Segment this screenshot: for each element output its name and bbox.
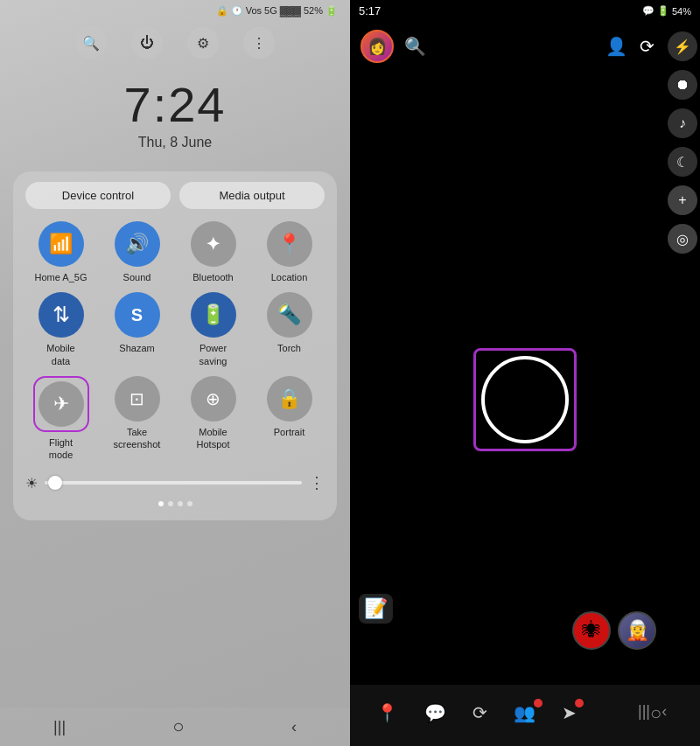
- brightness-slider[interactable]: [45, 481, 302, 485]
- location-icon: 📍: [267, 221, 312, 267]
- status-bar-right: 5:17 💬 🔋 54%: [350, 0, 700, 22]
- brightness-row: ☀ ⋮: [25, 473, 325, 492]
- bluetooth-icon: ✦: [191, 221, 236, 267]
- power-button[interactable]: ⏻: [131, 27, 163, 59]
- nav-activity-button[interactable]: ⟳: [472, 702, 487, 723]
- bluetooth-label: Bluetooth: [192, 271, 233, 283]
- brightness-icon: ☀: [25, 475, 38, 492]
- camera-button[interactable]: ◎: [668, 224, 697, 254]
- clock-time: 7:24: [124, 76, 227, 133]
- shazam-label: Shazam: [119, 342, 154, 354]
- add-friend-button[interactable]: 👤: [606, 36, 627, 57]
- clock-area: 7:24 Thu, 8 June: [124, 76, 227, 150]
- clock-date: Thu, 8 June: [124, 135, 227, 150]
- nav-recent-left[interactable]: |||: [53, 718, 66, 736]
- media-output-button[interactable]: Media output: [179, 182, 325, 209]
- screenshot-label: Takescreenshot: [114, 426, 161, 451]
- toggle-flight-mode[interactable]: ✈ Flightmode: [25, 376, 96, 462]
- chat-nav-icon: 💬: [424, 702, 446, 723]
- nav-people-button[interactable]: 👥: [514, 702, 536, 723]
- nav-chat-button[interactable]: 💬: [424, 702, 446, 723]
- brightness-more-icon[interactable]: ⋮: [309, 473, 325, 492]
- spiderman-icon: 🕷: [582, 619, 601, 642]
- status-time-right: 5:17: [359, 4, 381, 17]
- send-badge: [575, 699, 584, 708]
- status-battery-text: 54%: [672, 6, 691, 17]
- send-nav-icon: ➤: [562, 702, 577, 723]
- torch-label: Torch: [277, 342, 301, 354]
- toggle-screenshot[interactable]: ⊡ Takescreenshot: [102, 376, 172, 462]
- portrait-label: Portrait: [274, 426, 304, 438]
- toggle-mobile-data[interactable]: ⇅ Mobiledata: [25, 292, 96, 367]
- story-thumb-character[interactable]: 🧝: [618, 611, 656, 650]
- toggle-power-saving[interactable]: 🔋 Powersaving: [178, 292, 248, 367]
- status-whatsapp-icon: 💬: [642, 5, 654, 17]
- toggle-bluetooth[interactable]: ✦ Bluetooth: [178, 221, 248, 283]
- toggles-grid: 📶 Home A_5G 🔊 Sound ✦ Bluetooth 📍 Locati…: [25, 221, 325, 461]
- avatar-circle[interactable]: 👩: [360, 30, 394, 63]
- toggle-hotspot[interactable]: ⊕ MobileHotspot: [178, 376, 248, 462]
- toggle-location[interactable]: 📍 Location: [254, 221, 325, 283]
- more-button[interactable]: ⋮: [243, 27, 275, 59]
- toggle-portrait[interactable]: 🔒 Portrait: [254, 376, 325, 462]
- top-icons-row: 🔍 ⏻ ⚙ ⋮: [75, 27, 275, 59]
- nav-location-button[interactable]: 📍: [376, 702, 398, 723]
- mobile-data-label: Mobiledata: [46, 342, 74, 367]
- flash-button[interactable]: ⚡: [668, 31, 697, 61]
- toggle-torch[interactable]: 🔦 Torch: [254, 292, 325, 367]
- flight-mode-highlight: ✈: [33, 376, 89, 432]
- hotspot-icon: ⊕: [191, 376, 236, 422]
- wifi-icon: 📶: [38, 221, 84, 267]
- location-label: Location: [271, 271, 308, 283]
- search-icon-right[interactable]: 🔍: [404, 36, 426, 57]
- music-button[interactable]: ♪: [668, 108, 697, 138]
- activity-nav-icon: ⟳: [472, 702, 487, 723]
- quick-panel: Device control Media output 📶 Home A_5G …: [13, 171, 337, 520]
- nav-home-right[interactable]: ○: [650, 702, 662, 725]
- character-icon: 🧝: [626, 619, 649, 642]
- device-media-row: Device control Media output: [25, 182, 325, 209]
- moon-button[interactable]: ☾: [668, 147, 697, 177]
- right-panel: 5:17 💬 🔋 54% 👩 🔍 👤 ⟳ ⚡ ⏺ ♪ ☾ + ◎: [350, 0, 700, 746]
- toggle-sound[interactable]: 🔊 Sound: [102, 221, 172, 283]
- rotate-button[interactable]: ⟳: [640, 36, 654, 57]
- people-badge: [534, 699, 542, 708]
- brightness-thumb: [48, 476, 62, 490]
- power-saving-icon: 🔋: [191, 292, 236, 338]
- search-button[interactable]: 🔍: [75, 27, 107, 59]
- nav-send-button[interactable]: ➤: [562, 702, 577, 723]
- people-nav-icon: 👥: [514, 702, 536, 723]
- story-header: 👩 🔍 👤 ⟳: [350, 23, 665, 70]
- sound-label: Sound: [123, 271, 151, 283]
- nav-back-left[interactable]: ‹: [291, 718, 297, 736]
- flight-mode-label: Flightmode: [49, 436, 74, 462]
- location-nav-icon: 📍: [376, 702, 398, 723]
- add-button[interactable]: +: [668, 185, 697, 215]
- status-icons-right: 💬 🔋 54%: [642, 5, 691, 17]
- wifi-label: Home A_5G: [35, 271, 88, 283]
- story-circle-container[interactable]: [473, 348, 577, 451]
- story-thumb-spiderman[interactable]: 🕷: [572, 611, 611, 650]
- left-panel: 🔒 🕐 Vos 5G ▓▓▓ 52% 🔋 🔍 ⏻ ⚙ ⋮ 7:24 Thu, 8…: [0, 0, 350, 746]
- settings-button[interactable]: ⚙: [187, 27, 219, 59]
- edit-side-button[interactable]: 📝: [359, 594, 393, 624]
- status-battery-icon: 🔋: [657, 5, 669, 17]
- header-actions-right: 👤 ⟳: [606, 36, 654, 57]
- bottom-nav-right: 📍 💬 ⟳ 👥 ➤ ||| ○ ‹: [350, 685, 700, 746]
- nav-recent-right[interactable]: |||: [638, 702, 650, 725]
- toggle-shazam[interactable]: S Shazam: [102, 292, 172, 367]
- avatar-emoji: 👩: [368, 37, 387, 56]
- story-content: 📝 🕷 🧝: [350, 0, 700, 746]
- power-saving-label: Powersaving: [200, 342, 228, 367]
- dot-1: [158, 501, 164, 506]
- nav-back-right[interactable]: ‹: [662, 702, 667, 725]
- story-thumbnails: 🕷 🧝: [572, 611, 656, 650]
- device-control-button[interactable]: Device control: [25, 182, 171, 209]
- nav-home-left[interactable]: ○: [172, 715, 184, 738]
- toggle-wifi[interactable]: 📶 Home A_5G: [25, 221, 96, 283]
- dot-4: [187, 501, 192, 506]
- story-circle: [481, 356, 569, 443]
- shazam-icon: S: [115, 292, 160, 338]
- torch-icon: 🔦: [267, 292, 312, 338]
- video-button[interactable]: ⏺: [668, 70, 697, 100]
